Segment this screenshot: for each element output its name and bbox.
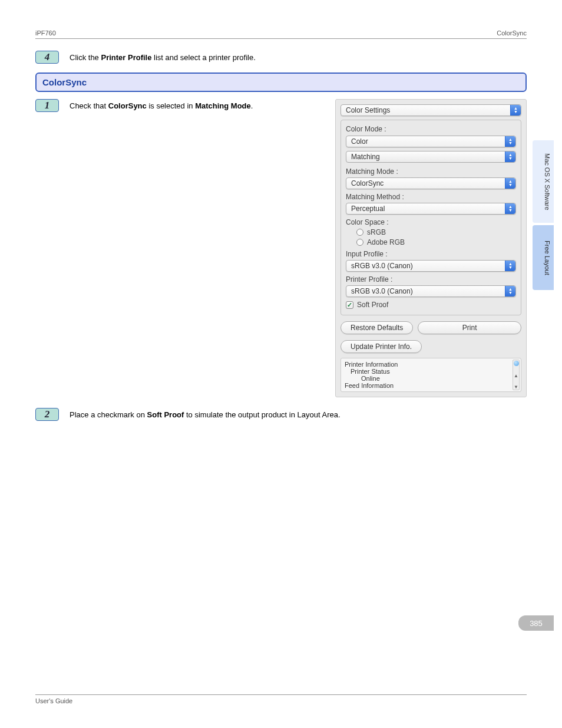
color-mode-group: Color Mode : Color ▲▼ Matching ▲▼ Matchi…: [340, 120, 521, 315]
matching-mode-value: ColorSync: [351, 179, 384, 187]
step-2-text: Place a checkmark on Soft Proof to simul…: [70, 408, 340, 420]
dropdown-arrows-icon: ▲▼: [505, 286, 515, 297]
step-4: 4 Click the Printer Profile list and sel…: [35, 51, 527, 64]
color-settings-dialog: Color Settings ▲▼ Color Mode : Color ▲▼ …: [335, 99, 527, 397]
dropdown-arrows-icon: ▲▼: [505, 136, 515, 147]
matching-mode-select[interactable]: ColorSync ▲▼: [346, 177, 516, 189]
side-tab-free-layout[interactable]: Free Layout: [533, 225, 554, 290]
step-4-text: Click the Printer Profile list and selec…: [70, 51, 256, 63]
matching-method-select[interactable]: Perceptual ▲▼: [346, 203, 516, 215]
page-header: iPF760 ColorSync: [35, 29, 527, 39]
update-printer-info-button[interactable]: Update Printer Info.: [340, 340, 422, 353]
s2-b1: Soft Proof: [147, 410, 184, 419]
step-number-1: 1: [35, 99, 59, 112]
s1-b1: ColorSync: [108, 101, 147, 110]
section-title-bar: ColorSync: [35, 73, 527, 92]
matching-tab[interactable]: Matching ▲▼: [346, 151, 516, 163]
radio-adobergb[interactable]: Adobe RGB: [356, 238, 516, 246]
scroll-thumb-icon: [514, 361, 519, 366]
dropdown-arrows-icon: ▲▼: [505, 203, 515, 214]
matching-method-label: Matching Method :: [346, 193, 516, 201]
s1-b2: Matching Mode: [195, 101, 251, 110]
soft-proof-checkbox[interactable]: ✓ Soft Proof: [346, 301, 516, 309]
step-1: 1 Check that ColorSync is selected in Ma…: [35, 99, 323, 112]
restore-defaults-button[interactable]: Restore Defaults: [340, 321, 413, 334]
scroll-down-icon: ▼: [514, 384, 518, 390]
s1-t3: .: [251, 101, 253, 110]
step4-bold: Printer Profile: [101, 53, 151, 62]
info-line-4: Feed Information: [345, 382, 517, 389]
color-mode-value: Color: [351, 137, 368, 146]
matching-method-value: Perceptual: [351, 205, 385, 213]
printer-profile-label: Printer Profile :: [346, 275, 516, 284]
page-number-badge: 385: [518, 615, 554, 631]
header-left: iPF760: [35, 29, 56, 37]
dropdown-arrows-icon: ▲▼: [505, 151, 515, 162]
dropdown-arrows-icon: ▲▼: [505, 178, 515, 189]
matching-tab-label: Matching: [351, 153, 380, 161]
color-space-label: Color Space :: [346, 218, 516, 226]
radio-icon: [356, 229, 363, 236]
panel-select-label: Color Settings: [346, 106, 390, 114]
color-mode-label: Color Mode :: [346, 125, 516, 133]
checkbox-checked-icon: ✓: [346, 301, 353, 309]
print-button[interactable]: Print: [418, 321, 521, 334]
header-right: ColorSync: [497, 29, 527, 37]
scrollbar[interactable]: ▲ ▼: [513, 360, 520, 390]
input-profile-value: sRGB v3.0 (Canon): [351, 262, 413, 270]
color-mode-select[interactable]: Color ▲▼: [346, 136, 516, 147]
soft-proof-label: Soft Proof: [357, 301, 388, 309]
s1-t1: Check that: [70, 101, 108, 110]
printer-profile-select[interactable]: sRGB v3.0 (Canon) ▲▼: [346, 285, 516, 297]
step-1-text: Check that ColorSync is selected in Matc…: [70, 99, 253, 111]
input-profile-label: Input Profile :: [346, 250, 516, 258]
s1-t2: is selected in: [147, 101, 195, 110]
panel-select[interactable]: Color Settings ▲▼: [340, 104, 521, 116]
scroll-up-icon: ▲: [514, 373, 518, 378]
radio-icon: [356, 239, 363, 246]
info-line-2: Printer Status: [345, 368, 517, 375]
dropdown-arrows-icon: ▲▼: [505, 261, 515, 271]
printer-information-box: Printer Information Printer Status Onlin…: [340, 358, 521, 392]
input-profile-select[interactable]: sRGB v3.0 (Canon) ▲▼: [346, 260, 516, 272]
radio-srgb[interactable]: sRGB: [356, 228, 516, 236]
footer: User's Guide: [35, 694, 527, 704]
step-number-4: 4: [35, 51, 59, 64]
step4-post: list and select a printer profile.: [151, 53, 255, 62]
printer-profile-value: sRGB v3.0 (Canon): [351, 287, 413, 295]
s2-t1: Place a checkmark on: [70, 410, 147, 419]
matching-mode-label: Matching Mode :: [346, 167, 516, 176]
step-2: 2 Place a checkmark on Soft Proof to sim…: [35, 408, 527, 421]
side-tab-mac-os-x-software[interactable]: Mac OS X Software: [533, 140, 554, 223]
radio-adobergb-label: Adobe RGB: [367, 238, 405, 246]
dropdown-arrows-icon: ▲▼: [510, 105, 521, 116]
side-tabs: Mac OS X Software Free Layout: [533, 140, 554, 290]
info-line-1: Printer Information: [345, 361, 517, 368]
info-line-3: Online: [345, 375, 517, 382]
step-number-2: 2: [35, 408, 59, 421]
s2-t2: to simulate the output product in Layout…: [184, 410, 340, 419]
step4-pre: Click the: [70, 53, 101, 62]
radio-srgb-label: sRGB: [367, 228, 386, 236]
